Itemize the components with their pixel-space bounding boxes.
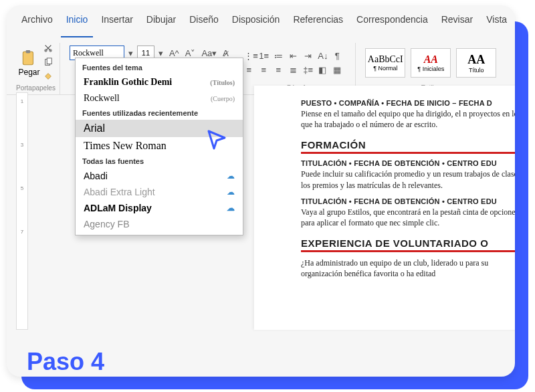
font-adlam[interactable]: ADLaM Display☁ — [76, 200, 243, 216]
font-agency[interactable]: Agency FB — [76, 216, 243, 232]
justify-icon[interactable]: ≣ — [288, 65, 298, 75]
menu-revisar[interactable]: Revisar — [436, 12, 478, 37]
clipboard-label: Portapapeles — [16, 84, 56, 92]
decrease-font-icon[interactable]: A˅ — [183, 48, 198, 58]
borders-icon[interactable]: ▦ — [332, 65, 342, 75]
line-spacing-icon[interactable]: ‡≡ — [303, 65, 312, 75]
dd-section-recent: Fuentes utilizadas recientemente — [76, 106, 243, 120]
doc-heading-formacion: FORMACIÓN — [301, 139, 515, 151]
font-rockwell[interactable]: Rockwell(Cuerpo) — [76, 90, 243, 106]
cloud-icon: ☁ — [227, 187, 235, 197]
svg-rect-5 — [47, 58, 52, 64]
red-divider — [301, 250, 515, 252]
menu-disposicion[interactable]: Disposición — [227, 12, 286, 37]
doc-p3: Vaya al grupo Estilos, que encontrará en… — [301, 207, 515, 228]
doc-heading-voluntariado: EXPERIENCIA DE VOLUNTARIADO O — [301, 237, 515, 249]
vertical-ruler: 1 3 5 7 — [16, 92, 28, 330]
style-normal[interactable]: AaBbCcI¶ Normal — [365, 48, 405, 78]
menu-bar: Archivo Inicio Insertar Dibujar Diseño D… — [7, 5, 515, 41]
menu-archivo[interactable]: Archivo — [16, 12, 58, 37]
outdent-icon[interactable]: ⇤ — [288, 51, 298, 61]
paste-button[interactable]: Pegar — [18, 49, 39, 77]
align-right-icon[interactable]: ≡ — [274, 65, 283, 75]
show-marks-icon[interactable]: ¶ — [332, 51, 342, 61]
cloud-icon: ☁ — [227, 171, 235, 181]
cursor-pointer-icon — [206, 128, 229, 151]
shading-icon[interactable]: ◧ — [318, 65, 327, 75]
style-titulo[interactable]: AATítulo — [456, 48, 496, 78]
svg-rect-0 — [23, 52, 33, 65]
doc-meta-2: TITULACIÓN • FECHA DE OBTENCIÓN • CENTRO… — [301, 159, 515, 167]
style-iniciales[interactable]: AA¶ Iniciales — [411, 48, 451, 78]
increase-font-icon[interactable]: A^ — [167, 48, 181, 58]
font-abadi[interactable]: Abadi☁ — [76, 168, 243, 184]
menu-diseno[interactable]: Diseño — [184, 12, 224, 37]
font-franklin-gothic[interactable]: Franklin Gothic Demi(Títulos) — [76, 74, 243, 90]
clipboard-group: Pegar Portapapeles — [12, 43, 60, 94]
font-abadi-light[interactable]: Abadi Extra Light☁ — [76, 184, 243, 200]
font-size-dropdown-icon[interactable]: ▾ — [156, 48, 165, 58]
menu-vista[interactable]: Vista — [481, 12, 512, 37]
doc-p1: Piense en el tamaño del equipo que ha di… — [301, 108, 515, 130]
font-name-dropdown-icon[interactable]: ▾ — [126, 48, 135, 58]
sort-icon[interactable]: A↓ — [318, 51, 327, 61]
step-label: Paso 4 — [27, 348, 104, 376]
menu-dibujar[interactable]: Dibujar — [141, 12, 181, 37]
menu-inicio[interactable]: Inicio — [61, 12, 94, 37]
doc-p4: ¿Ha administrado un equipo de un club, l… — [301, 258, 515, 279]
doc-meta-1: PUESTO • COMPAÑÍA • FECHA DE INICIO – FE… — [301, 99, 515, 107]
clear-format-icon[interactable]: A̷ — [221, 48, 231, 58]
menu-insertar[interactable]: Insertar — [96, 12, 138, 37]
word-app-window: Archivo Inicio Insertar Dibujar Diseño D… — [7, 5, 515, 377]
menu-referencias[interactable]: Referencias — [288, 12, 348, 37]
cloud-icon: ☁ — [227, 203, 235, 213]
multilevel-icon[interactable]: ≔ — [274, 51, 283, 61]
numbering-icon[interactable]: 1≡ — [259, 51, 268, 61]
paste-label: Pegar — [18, 68, 39, 77]
align-center-icon[interactable]: ≡ — [259, 65, 268, 75]
doc-p2: Puede incluir su calificación promedio y… — [301, 169, 515, 190]
bullets-icon[interactable]: ⋮≡ — [244, 51, 253, 61]
dd-section-all: Todas las fuentes — [76, 155, 243, 168]
red-divider — [301, 152, 515, 154]
copy-icon[interactable] — [43, 58, 53, 69]
dd-section-theme: Fuentes del tema — [76, 61, 243, 74]
indent-icon[interactable]: ⇥ — [303, 51, 312, 61]
change-case-icon[interactable]: Aa▾ — [199, 48, 219, 58]
align-left-icon[interactable]: ≡ — [244, 65, 253, 75]
format-painter-icon[interactable] — [43, 72, 53, 83]
document-page[interactable]: PUESTO • COMPAÑÍA • FECHA DE INICIO – FE… — [254, 86, 515, 330]
doc-meta-3: TITULACIÓN • FECHA DE OBTENCIÓN • CENTRO… — [301, 197, 515, 205]
menu-correspondencia[interactable]: Correspondencia — [351, 12, 433, 37]
svg-rect-1 — [26, 50, 31, 53]
cut-icon[interactable] — [43, 43, 53, 55]
